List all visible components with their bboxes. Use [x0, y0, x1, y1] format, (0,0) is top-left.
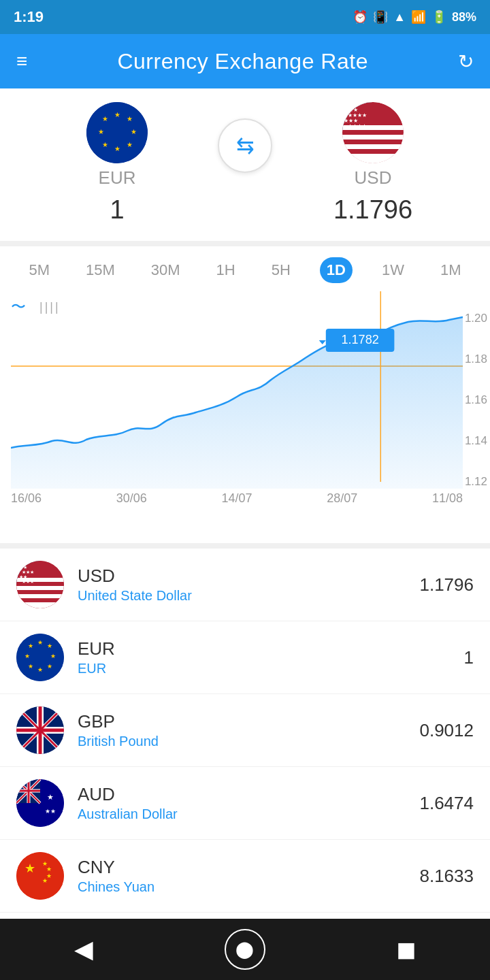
tab-5h[interactable]: 5H [265, 257, 297, 283]
svg-text:★: ★ [37, 639, 43, 646]
chart-type-icons: 〜 |||| [11, 297, 61, 317]
amount-row: 1 1.1796 [16, 195, 474, 225]
list-item[interactable]: ★★★★★★★★★★ USD United State Dollar 1.179… [0, 549, 490, 621]
svg-text:1.1782: 1.1782 [341, 333, 378, 346]
tab-15m[interactable]: 15M [79, 257, 122, 283]
item-flag-cny: ★★★★★ [16, 852, 64, 900]
base-currency[interactable]: ★ ★ ★ ★ ★ ★ ★ ★ EUR [16, 102, 218, 189]
svg-text:★★: ★★ [45, 808, 56, 815]
svg-text:★: ★ [114, 145, 120, 152]
base-amount-container: 1 [16, 195, 218, 225]
menu-icon[interactable]: ≡ [16, 50, 27, 72]
converter-section: ★ ★ ★ ★ ★ ★ ★ ★ EUR ⇆ [0, 88, 490, 241]
svg-rect-27 [16, 602, 64, 608]
y-label-3: 1.16 [465, 393, 487, 407]
svg-text:★: ★ [131, 128, 137, 135]
svg-rect-11 [342, 135, 404, 140]
svg-rect-26 [16, 594, 64, 598]
svg-text:★: ★ [28, 642, 33, 649]
svg-text:★★: ★★ [19, 574, 27, 579]
y-label-1: 1.20 [465, 312, 487, 325]
app-bar: ≡ Currency Exchange Rate ↻ [0, 34, 490, 88]
status-time: 1:19 [14, 8, 44, 26]
svg-text:★: ★ [24, 653, 30, 659]
item-flag-usd: ★★★★★★★★★★ [16, 561, 64, 608]
item-rate-usd: 1.1796 [419, 574, 474, 595]
item-code-usd: USD [78, 566, 419, 587]
candle-chart-icon[interactable]: |||| [39, 300, 61, 314]
battery-percent: 88% [452, 10, 476, 24]
usd-flag: ★★★ ★★★★ ★★★ ★★★★ [342, 102, 404, 163]
tab-1m[interactable]: 1M [434, 257, 468, 283]
wifi-icon: ▲ [393, 10, 406, 24]
line-chart-icon[interactable]: 〜 [11, 297, 26, 317]
y-label-2: 1.18 [465, 353, 487, 366]
list-item[interactable]: ★★★★★ CNY Chines Yuan 8.1633 [0, 840, 490, 913]
status-bar: 1:19 ⏰ 📳 ▲ 📶 🔋 88% [0, 0, 490, 34]
item-code-gbp: GBP [78, 711, 419, 732]
app-title: Currency Exchange Rate [117, 49, 368, 74]
item-rate-aud: 1.6474 [419, 793, 474, 814]
list-item[interactable]: ★★★ AUD Australian Dollar 1.6474 [0, 767, 490, 840]
svg-text:★: ★ [127, 115, 133, 122]
nav-bar: ◀ ⬤ ◼ [0, 919, 490, 980]
quote-currency[interactable]: ★★★ ★★★★ ★★★ ★★★★ USD [272, 102, 474, 189]
list-item[interactable]: ★★★★★★★★ EUR EUR 1 [0, 621, 490, 694]
svg-text:★: ★ [42, 877, 48, 884]
svg-text:★: ★ [47, 663, 52, 670]
chart-section: 5M 15M 30M 1H 5H 1D 1W 1M 〜 |||| [0, 246, 490, 543]
item-code-cny: CNY [78, 857, 419, 878]
tab-1w[interactable]: 1W [375, 257, 411, 283]
svg-text:★: ★ [50, 653, 56, 659]
item-code-aud: AUD [78, 784, 419, 805]
price-chart: 1.1782 [11, 291, 463, 489]
item-flag-eur: ★★★★★★★★ [16, 634, 64, 681]
x-label-5: 11/08 [432, 491, 463, 506]
item-name-eur: EUR [78, 661, 464, 676]
status-icons: ⏰ 📳 ▲ 📶 🔋 88% [353, 10, 476, 24]
tab-1d[interactable]: 1D [320, 257, 353, 283]
item-name-aud: Australian Dollar [78, 806, 419, 822]
list-item[interactable]: GBP British Pound 0.9012 [0, 694, 490, 767]
recent-button[interactable]: ◼ [379, 922, 434, 977]
chart-y-labels: 1.20 1.18 1.16 1.14 1.12 [465, 312, 487, 489]
svg-text:★: ★ [46, 866, 52, 872]
x-label-1: 16/06 [11, 491, 42, 506]
svg-rect-13 [342, 154, 404, 163]
base-currency-code: EUR [99, 167, 136, 189]
chart-x-labels: 16/06 30/06 14/07 28/07 11/08 [0, 489, 490, 506]
item-info-aud: AUD Australian Dollar [78, 784, 419, 822]
chart-area: 〜 |||| 1.1782 [0, 291, 490, 543]
home-button[interactable]: ⬤ [225, 929, 265, 970]
swap-button[interactable]: ⇆ [218, 118, 272, 173]
svg-point-62 [16, 852, 64, 900]
svg-text:★: ★ [47, 793, 54, 801]
quote-amount: 1.1796 [333, 195, 412, 224]
tab-5m[interactable]: 5M [22, 257, 56, 283]
item-rate-cny: 8.1633 [419, 866, 474, 887]
svg-text:★★★: ★★★ [22, 579, 34, 584]
base-amount: 1 [110, 195, 124, 224]
item-flag-gbp [16, 706, 64, 754]
svg-text:★: ★ [37, 666, 43, 673]
x-label-3: 14/07 [221, 491, 252, 506]
svg-text:★★★★: ★★★★ [348, 123, 367, 129]
vibrate-icon: 📳 [373, 10, 388, 24]
refresh-icon[interactable]: ↻ [458, 50, 474, 73]
quote-amount-container: 1.1796 [272, 195, 474, 225]
svg-text:★: ★ [102, 115, 108, 122]
svg-rect-25 [16, 586, 64, 590]
x-label-4: 28/07 [327, 491, 357, 506]
time-tabs: 5M 15M 30M 1H 5H 1D 1W 1M [0, 257, 490, 291]
back-button[interactable]: ◀ [56, 922, 111, 977]
svg-text:★★★: ★★★ [22, 570, 34, 574]
tab-30m[interactable]: 30M [144, 257, 187, 283]
tab-1h[interactable]: 1H [210, 257, 242, 283]
svg-text:★: ★ [98, 128, 104, 135]
y-label-5: 1.12 [465, 475, 487, 489]
item-code-eur: EUR [78, 638, 464, 659]
x-label-2: 30/06 [116, 491, 147, 506]
svg-text:★: ★ [127, 141, 133, 148]
eur-flag: ★ ★ ★ ★ ★ ★ ★ ★ [86, 102, 148, 163]
svg-text:★: ★ [114, 111, 120, 118]
